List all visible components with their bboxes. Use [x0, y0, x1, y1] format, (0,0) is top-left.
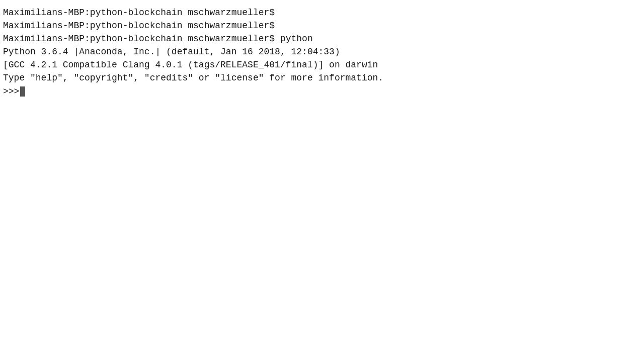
terminal-line-4: Python 3.6.4 |Anaconda, Inc.| (default, … — [3, 45, 641, 58]
terminal-line-6: Type "help", "copyright", "credits" or "… — [3, 71, 641, 84]
terminal-window[interactable]: Maximilians-MBP:python-blockchain mschwa… — [0, 0, 644, 362]
terminal-prompt: >>> — [3, 85, 19, 98]
terminal-line-5: [GCC 4.2.1 Compatible Clang 4.0.1 (tags/… — [3, 58, 641, 71]
terminal-line-1: Maximilians-MBP:python-blockchain mschwa… — [3, 6, 641, 19]
terminal-cursor — [20, 86, 25, 97]
terminal-line-3: Maximilians-MBP:python-blockchain mschwa… — [3, 32, 641, 45]
terminal-line-2: Maximilians-MBP:python-blockchain mschwa… — [3, 19, 641, 32]
terminal-prompt-line[interactable]: >>> — [3, 85, 641, 98]
